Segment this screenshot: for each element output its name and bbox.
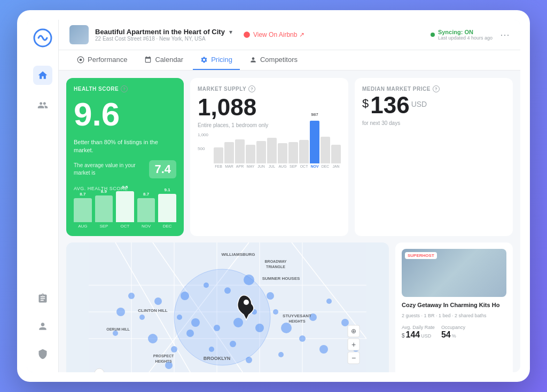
comp-occ-row: 54 % bbox=[441, 330, 465, 340]
bar-nov-tooltip: 987 bbox=[311, 112, 318, 117]
svg-point-2 bbox=[80, 58, 82, 61]
health-better-text: Better than 80% of listings in the marke… bbox=[74, 138, 176, 155]
health-bar-chart: 8.7 AUG 8.9 SEP 9.5 bbox=[74, 197, 176, 229]
top-row: HEALTH SCORE ? 9.6 Better than 80% of li… bbox=[66, 78, 513, 236]
tab-competitors[interactable]: Competitors bbox=[242, 50, 305, 70]
bar-nov2: 987 bbox=[310, 121, 319, 163]
market-supply-card: MARKET SUPPLY ? 1,088 Entire places, 1 b… bbox=[190, 78, 348, 236]
competitor-card: SUPERHOST Cozy Getaway In Charming Kits … bbox=[395, 242, 513, 372]
sync-info: Syncing: ON Last updated 4 hours ago bbox=[438, 29, 493, 41]
competitor-stats: Avg. Daily Rate $ 144 USD Occupancy bbox=[402, 325, 506, 340]
market-supply-value: 1,088 bbox=[198, 95, 341, 120]
tab-pricing[interactable]: Pricing bbox=[193, 50, 240, 70]
health-avg-number: 7.4 bbox=[149, 160, 176, 178]
svg-point-27 bbox=[186, 330, 194, 337]
svg-point-41 bbox=[128, 293, 135, 299]
svg-point-26 bbox=[177, 315, 182, 320]
svg-point-43 bbox=[113, 331, 118, 336]
sidebar-item-clipboard[interactable] bbox=[33, 289, 52, 308]
market-supply-label: MARKET SUPPLY ? bbox=[198, 85, 341, 92]
svg-point-35 bbox=[326, 299, 332, 304]
svg-text:?: ? bbox=[98, 371, 100, 372]
tab-performance[interactable]: Performance bbox=[69, 50, 135, 70]
svg-point-17 bbox=[181, 292, 189, 300]
health-avg-text: The average value in your market is bbox=[74, 162, 149, 177]
bar-dec: 9.1 DEC bbox=[158, 187, 176, 229]
bar-oct2 bbox=[299, 140, 309, 163]
sidebar bbox=[27, 20, 59, 372]
comp-occ-value: 54 bbox=[441, 330, 451, 340]
health-avg-row: The average value in your market is 7.4 bbox=[74, 160, 176, 178]
bar-nov: 8.7 NOV bbox=[137, 192, 155, 229]
dashboard: HEALTH SCORE ? 9.6 Better than 80% of li… bbox=[59, 70, 520, 372]
tab-pricing-label: Pricing bbox=[211, 56, 232, 64]
sidebar-item-users[interactable] bbox=[33, 96, 52, 115]
svg-point-19 bbox=[224, 287, 231, 294]
svg-point-39 bbox=[139, 315, 145, 320]
sync-label: Syncing: ON bbox=[438, 29, 493, 35]
svg-text:HEIGHTS: HEIGHTS bbox=[155, 359, 171, 363]
svg-point-46 bbox=[278, 352, 284, 357]
median-price-info[interactable]: ? bbox=[433, 85, 440, 92]
svg-point-16 bbox=[174, 269, 270, 365]
tab-calendar-label: Calendar bbox=[155, 56, 183, 64]
bar-dec2 bbox=[321, 137, 330, 163]
market-supply-info[interactable]: ? bbox=[248, 85, 255, 92]
svg-point-21 bbox=[267, 292, 274, 300]
map-svg: WILLIAMSBURG BROADWAY TRIANGLE CLINTON H… bbox=[66, 242, 389, 372]
median-price-dollar: $ bbox=[362, 97, 369, 111]
sidebar-item-home[interactable] bbox=[33, 66, 52, 85]
property-dropdown-icon[interactable]: ▾ bbox=[229, 28, 232, 36]
airbnb-link[interactable]: View On Airbnb ↗ bbox=[243, 31, 304, 38]
map-container[interactable]: WILLIAMSBURG BROADWAY TRIANGLE CLINTON H… bbox=[66, 242, 389, 372]
median-price-number: 136 bbox=[370, 92, 409, 118]
health-score-info[interactable]: ? bbox=[121, 85, 128, 92]
app-frame: Beautiful Apartment in the Heart of City… bbox=[17, 10, 530, 382]
svg-point-28 bbox=[209, 347, 214, 352]
svg-text:SUMNER HOUSES: SUMNER HOUSES bbox=[262, 276, 300, 281]
svg-point-33 bbox=[299, 335, 306, 342]
median-price-card: MEDIAN MARKET PRICE ? $ 136 USD for next… bbox=[355, 78, 513, 236]
sidebar-logo bbox=[33, 28, 52, 55]
comp-occ-label: Occupancy bbox=[441, 325, 465, 330]
svg-point-24 bbox=[214, 325, 220, 331]
svg-point-40 bbox=[154, 297, 162, 305]
competitor-detail: 2 guests · 1 BR · 1 bed · 2 shared baths bbox=[402, 313, 506, 318]
comp-rate-value: 144 bbox=[406, 330, 420, 340]
bar-labels: FEB MAR APR MAY JUN JUL AUG SEP OCT NO bbox=[214, 164, 341, 168]
tab-calendar[interactable]: Calendar bbox=[137, 50, 191, 70]
sidebar-item-settings[interactable] bbox=[33, 344, 52, 364]
median-price-currency: USD bbox=[411, 100, 427, 108]
svg-text:+: + bbox=[351, 340, 356, 349]
competitor-title: Cozy Getaway In Charming Kits Ho bbox=[402, 301, 506, 309]
more-options-icon[interactable]: ⋯ bbox=[500, 29, 510, 41]
bar-chart-wrapper: 987 FEB MAR APR MAY bbox=[214, 132, 341, 168]
comp-rate-row: $ 144 USD bbox=[402, 330, 435, 340]
svg-point-29 bbox=[230, 341, 236, 347]
health-score-label: HEALTH SCORE ? bbox=[74, 85, 176, 92]
bar-aug2 bbox=[278, 143, 287, 163]
comp-rate-currency: USD bbox=[421, 333, 431, 339]
sync-dot bbox=[431, 33, 435, 37]
sync-sub: Last updated 4 hours ago bbox=[438, 35, 493, 41]
comp-stat-occupancy: Occupancy 54 % bbox=[441, 325, 465, 340]
bar-feb bbox=[214, 147, 223, 163]
median-price-sub: for next 30 days bbox=[362, 120, 505, 126]
svg-point-45 bbox=[246, 357, 252, 363]
svg-point-20 bbox=[244, 275, 254, 285]
svg-text:TRIANGLE: TRIANGLE bbox=[266, 265, 285, 269]
svg-point-23 bbox=[233, 318, 243, 327]
svg-point-18 bbox=[204, 283, 209, 288]
svg-point-25 bbox=[191, 318, 200, 327]
sidebar-item-account[interactable] bbox=[33, 317, 52, 336]
bar-mar bbox=[224, 142, 234, 163]
bar-jul bbox=[267, 138, 277, 163]
property-thumbnail bbox=[69, 25, 89, 44]
svg-point-49 bbox=[244, 300, 249, 305]
main-content: Beautiful Apartment in the Heart of City… bbox=[59, 20, 520, 372]
airbnb-link-text: View On Airbnb ↗ bbox=[253, 31, 304, 38]
bar-sep2 bbox=[288, 142, 298, 163]
svg-text:HEIGHTS: HEIGHTS bbox=[288, 319, 305, 323]
bar-apr bbox=[235, 139, 245, 163]
svg-point-36 bbox=[319, 345, 328, 354]
